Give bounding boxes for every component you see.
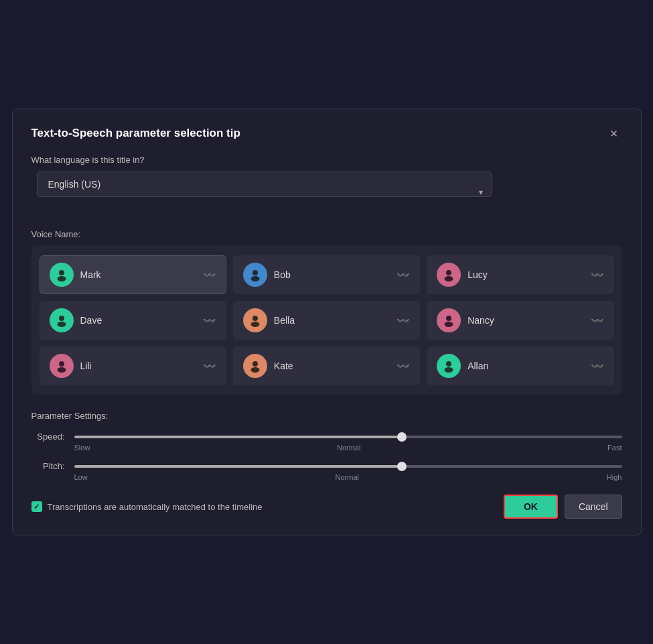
pitch-min-label: Low	[74, 473, 88, 481]
voice-card-nancy[interactable]: Nancy 〰️	[427, 301, 613, 340]
svg-point-5	[445, 276, 453, 281]
speed-max-label: Fast	[607, 444, 622, 452]
speed-caption-row: Slow Normal Fast	[31, 444, 622, 452]
close-button[interactable]: ×	[606, 125, 622, 141]
svg-point-9	[250, 322, 259, 327]
svg-point-0	[59, 270, 64, 275]
voice-name-kate: Kate	[274, 361, 390, 371]
footer-row: Transcriptions are automatically matched…	[31, 495, 622, 519]
svg-point-13	[57, 367, 66, 373]
svg-point-3	[250, 276, 259, 281]
voice-card-bob[interactable]: Bob 〰️	[233, 255, 420, 294]
voice-card-lucy[interactable]: Lucy 〰️	[427, 255, 613, 294]
svg-point-7	[57, 322, 66, 327]
param-section: Parameter Settings: Speed: Slow Normal F…	[31, 411, 622, 481]
voice-avatar-bob	[243, 263, 267, 287]
svg-point-12	[59, 361, 64, 367]
voice-avatar-dave	[50, 308, 74, 332]
waveform-icon-kate[interactable]: 〰️	[396, 360, 410, 373]
pitch-slider-row: Pitch:	[31, 461, 622, 471]
waveform-icon-bob[interactable]: 〰️	[396, 269, 410, 281]
svg-point-11	[445, 322, 453, 327]
pitch-caption-row: Low Normal High	[31, 473, 622, 481]
ok-button[interactable]: OK	[504, 495, 558, 519]
voice-avatar-mark	[50, 263, 74, 287]
voice-card-kate[interactable]: Kate 〰️	[233, 346, 420, 385]
language-select[interactable]: English (US) English (UK) Spanish French…	[37, 172, 492, 197]
waveform-icon-mark[interactable]: 〰️	[203, 269, 216, 281]
voice-grid-container: Mark 〰️ Bob 〰️ Lucy 〰️	[31, 246, 622, 395]
voice-avatar-allan	[437, 354, 461, 378]
voice-card-allan[interactable]: Allan 〰️	[427, 346, 613, 385]
voice-avatar-bella	[243, 308, 267, 332]
svg-point-10	[446, 316, 451, 321]
voice-name-dave: Dave	[80, 315, 196, 326]
svg-point-4	[446, 270, 451, 275]
waveform-icon-lili[interactable]: 〰️	[203, 360, 216, 373]
transcription-checkbox-label[interactable]: Transcriptions are automatically matched…	[31, 501, 263, 512]
waveform-icon-bella[interactable]: 〰️	[396, 314, 410, 327]
footer-buttons: OK Cancel	[504, 495, 622, 519]
voice-name-nancy: Nancy	[467, 315, 583, 326]
dialog-header: Text-to-Speech parameter selection tip ×	[31, 125, 622, 141]
waveform-icon-dave[interactable]: 〰️	[203, 314, 216, 327]
voice-grid: Mark 〰️ Bob 〰️ Lucy 〰️	[40, 255, 614, 385]
cancel-button[interactable]: Cancel	[565, 495, 622, 519]
waveform-icon-lucy[interactable]: 〰️	[591, 269, 604, 281]
svg-point-15	[250, 367, 259, 373]
voice-section-label: Voice Name:	[31, 229, 622, 239]
voice-name-allan: Allan	[467, 361, 583, 371]
svg-point-2	[252, 270, 258, 275]
voice-avatar-lili	[50, 354, 74, 378]
pitch-label: Pitch:	[31, 461, 65, 471]
voice-name-mark: Mark	[80, 269, 196, 280]
voice-card-mark[interactable]: Mark 〰️	[40, 255, 226, 294]
voice-name-bob: Bob	[274, 269, 390, 280]
svg-point-8	[252, 316, 258, 321]
language-dropdown-wrapper: English (US) English (UK) Spanish French…	[37, 172, 492, 213]
svg-point-16	[446, 361, 451, 367]
dialog-title: Text-to-Speech parameter selection tip	[31, 127, 240, 140]
pitch-mid-label: Normal	[336, 473, 359, 481]
voice-avatar-nancy	[437, 308, 461, 332]
voice-avatar-kate	[243, 354, 267, 378]
tts-dialog: Text-to-Speech parameter selection tip ×…	[12, 109, 642, 535]
speed-label: Speed:	[31, 432, 65, 442]
svg-point-14	[252, 361, 258, 367]
svg-point-17	[445, 367, 453, 373]
transcription-label-text: Transcriptions are automatically matched…	[48, 502, 263, 512]
speed-mid-label: Normal	[337, 444, 360, 452]
waveform-icon-nancy[interactable]: 〰️	[591, 314, 604, 327]
voice-card-lili[interactable]: Lili 〰️	[40, 346, 226, 385]
svg-point-1	[57, 276, 66, 281]
voice-name-lucy: Lucy	[467, 269, 583, 280]
voice-card-dave[interactable]: Dave 〰️	[40, 301, 226, 340]
speed-slider-row: Speed:	[31, 432, 622, 442]
pitch-slider[interactable]	[74, 465, 622, 468]
language-label: What language is this title in?	[31, 155, 622, 165]
svg-point-6	[59, 316, 64, 321]
param-section-label: Parameter Settings:	[31, 411, 622, 421]
voice-name-bella: Bella	[274, 315, 390, 326]
voice-card-bella[interactable]: Bella 〰️	[233, 301, 420, 340]
transcription-checkbox[interactable]	[31, 501, 42, 512]
waveform-icon-allan[interactable]: 〰️	[591, 360, 604, 373]
pitch-max-label: High	[607, 473, 622, 481]
speed-min-label: Slow	[74, 444, 90, 452]
speed-slider[interactable]	[74, 436, 622, 438]
voice-name-lili: Lili	[80, 361, 196, 371]
voice-avatar-lucy	[437, 263, 461, 287]
